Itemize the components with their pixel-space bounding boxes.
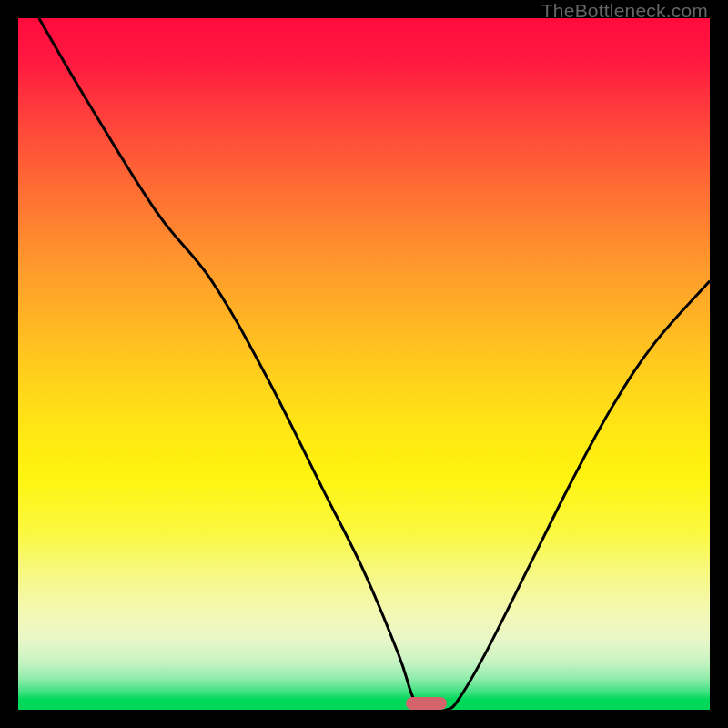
optimal-marker bbox=[406, 697, 448, 710]
watermark-text: TheBottleneck.com bbox=[541, 0, 708, 22]
curve-svg bbox=[18, 18, 710, 710]
plot-area bbox=[18, 18, 710, 710]
bottleneck-curve bbox=[39, 18, 710, 710]
chart-frame: TheBottleneck.com bbox=[0, 0, 728, 728]
